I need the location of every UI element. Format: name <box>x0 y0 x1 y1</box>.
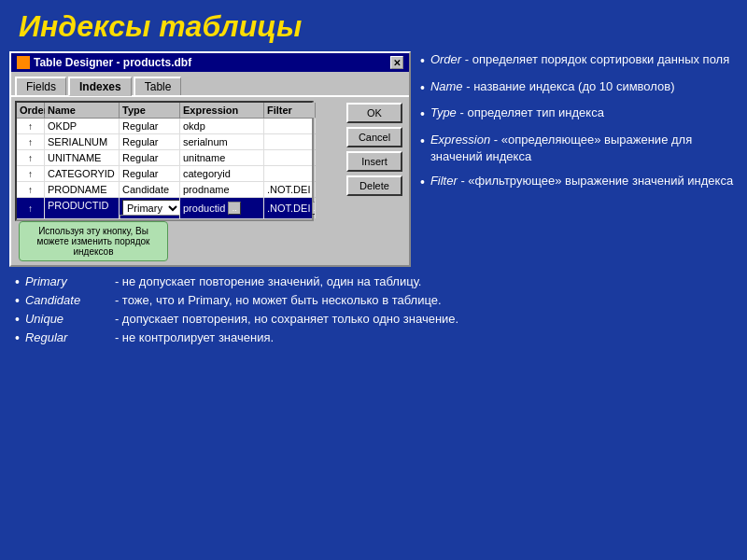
bullet-icon-1: • <box>420 52 425 71</box>
window-titlebar: Table Designer - products.dbf ✕ <box>11 53 409 72</box>
row2-type: Regular <box>120 134 180 149</box>
row6-expression: productid .. <box>180 198 264 218</box>
row4-expression: categoryid <box>180 166 264 181</box>
bottom-section: • Primary - не допускает повторение знач… <box>0 267 747 353</box>
row1-name: OKDP <box>45 119 120 133</box>
tab-fields[interactable]: Fields <box>15 77 66 96</box>
tabs-row: Fields Indexes Table <box>11 72 409 95</box>
bullet-text-1: Order - определяет порядок сортировки да… <box>430 51 729 68</box>
table-row: ↑ CATEGORYID Regular categoryid <box>17 166 312 182</box>
row6-name: PRODUCTID <box>45 198 120 218</box>
bullet-type: • Type - определяет тип индекса <box>420 105 738 124</box>
bottom-desc-unique: - допускает повторения, но сохраняет тол… <box>115 312 458 326</box>
row3-order: ↑ <box>17 150 45 165</box>
expression-ellipsis-button[interactable]: .. <box>228 202 241 215</box>
bottom-term-unique: Unique <box>25 312 109 326</box>
desc-order: - определяет порядок сортировки данных п… <box>461 52 729 66</box>
bottom-bullet-icon-1: • <box>15 274 20 289</box>
bullet-text-2: Name - название индекса (до 10 символов) <box>430 78 675 95</box>
row2-name: SERIALNUM <box>45 134 120 149</box>
bottom-item-primary: • Primary - не допускает повторение знач… <box>15 274 732 289</box>
row1-type: Regular <box>120 119 180 133</box>
row1-order: ↑ <box>17 119 45 133</box>
table-row: ↑ SERIALNUM Regular serialnum <box>17 134 312 150</box>
row1-expression: okdp <box>180 119 264 133</box>
window-buttons: OK Cancel Insert Delete <box>345 101 405 198</box>
row3-expression: unitname <box>180 150 264 165</box>
row5-filter: .NOT.DEI <box>264 182 316 197</box>
bottom-item-candidate: • Candidate - тоже, что и Primary, но мо… <box>15 293 732 308</box>
window-app-icon <box>17 56 30 69</box>
bottom-term-candidate: Candidate <box>25 293 109 307</box>
row5-name: PRODNAME <box>45 182 120 197</box>
bullet-icon-4: • <box>420 133 425 151</box>
col-order: Order <box>17 103 45 118</box>
bottom-item-unique: • Unique - допускает повторения, но сохр… <box>15 312 732 327</box>
row1-filter <box>264 119 316 133</box>
table-header: Order Name Type Expression Filter <box>17 103 312 119</box>
col-type: Type <box>120 103 180 118</box>
term-order: Order <box>430 52 461 66</box>
table-row: ↑ UNITNAME Regular unitname <box>17 150 312 166</box>
bullet-text-4: Expression - «определяющее» выражение дл… <box>430 132 738 165</box>
bottom-term-regular: Regular <box>25 330 109 344</box>
bottom-bullet-icon-3: • <box>15 312 20 327</box>
bullet-order: • Order - определяет порядок сортировки … <box>420 51 738 71</box>
index-table: Order Name Type Expression Filter ↑ OKDP… <box>15 101 314 221</box>
bottom-desc-primary: - не допускает повторение значений, один… <box>115 274 422 288</box>
tab-indexes[interactable]: Indexes <box>68 77 132 96</box>
filter-ellipsis-button[interactable]: .. <box>312 202 316 215</box>
bottom-term-primary: Primary <box>25 274 109 288</box>
insert-button[interactable]: Insert <box>346 151 402 172</box>
col-filter: Filter <box>264 103 316 118</box>
main-content: Table Designer - products.dbf ✕ Fields I… <box>0 51 747 267</box>
row5-expression: prodname <box>180 182 264 197</box>
row6-order: ↑ <box>17 198 45 218</box>
desc-type: - определяет тип индекса <box>457 105 604 119</box>
table-row-selected: ↑ PRODUCTID Primary Candidate Unique Reg… <box>17 198 312 219</box>
row2-filter <box>264 134 316 149</box>
bullet-text-5: Filter - «фильтрующее» выражение значени… <box>430 173 733 189</box>
dropdown-list: Primary Candidate Unique Regular <box>120 215 180 218</box>
bullet-icon-5: • <box>420 174 425 192</box>
row2-expression: serialnum <box>180 134 264 149</box>
row4-type: Regular <box>120 166 180 181</box>
col-expression: Expression <box>180 103 264 118</box>
row4-order: ↑ <box>17 166 45 181</box>
bottom-desc-candidate: - тоже, что и Primary, но может быть нес… <box>115 293 442 307</box>
right-panel: • Order - определяет порядок сортировки … <box>420 51 738 267</box>
bullet-icon-3: • <box>420 105 425 124</box>
window-body: OK Cancel Insert Delete Order Name Type … <box>11 95 409 265</box>
bullet-name: • Name - название индекса (до 10 символо… <box>420 78 738 98</box>
bottom-bullet-icon-4: • <box>15 330 20 345</box>
cancel-button[interactable]: Cancel <box>346 127 402 147</box>
row6-expr-text: productid <box>183 203 225 214</box>
bottom-bullet-icon-2: • <box>15 293 20 308</box>
row5-order: ↑ <box>17 182 45 197</box>
window-close-button[interactable]: ✕ <box>390 56 403 69</box>
term-expression: Expression <box>430 133 490 147</box>
delete-button[interactable]: Delete <box>346 175 402 196</box>
desc-name: - название индекса (до 10 символов) <box>463 79 675 93</box>
bullet-icon-2: • <box>420 79 425 98</box>
row3-name: UNITNAME <box>45 150 120 165</box>
row4-filter <box>264 166 316 181</box>
desc-filter: - «фильтрующее» выражение значений индек… <box>458 174 733 188</box>
col-name: Name <box>45 103 120 118</box>
term-name: Name <box>430 79 463 93</box>
bottom-desc-regular: - не контролирует значения. <box>115 330 274 344</box>
row6-filter-text: .NOT.DEI <box>267 203 310 214</box>
dropdown-item-primary[interactable]: Primary <box>120 216 180 218</box>
bottom-item-regular: • Regular - не контролирует значения. <box>15 330 732 345</box>
row4-name: CATEGORYID <box>45 166 120 181</box>
tab-table[interactable]: Table <box>134 77 182 96</box>
row3-type: Regular <box>120 150 180 165</box>
ok-button[interactable]: OK <box>346 103 402 123</box>
bullet-filter: • Filter - «фильтрующее» выражение значе… <box>420 173 738 192</box>
designer-window: Table Designer - products.dbf ✕ Fields I… <box>9 51 411 267</box>
term-type: Type <box>430 105 457 119</box>
titlebar-left: Table Designer - products.dbf <box>17 56 191 69</box>
term-filter: Filter <box>430 174 458 188</box>
tooltip-bubble: Используя эту кнопку, Вы можете изменить… <box>19 221 168 261</box>
window-title: Table Designer - products.dbf <box>34 56 191 69</box>
